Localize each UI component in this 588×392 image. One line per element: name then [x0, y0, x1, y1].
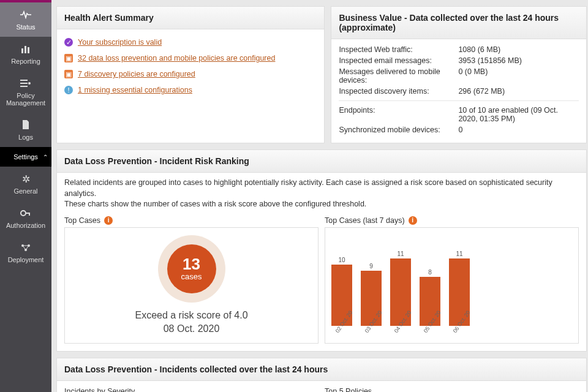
kv-key: Synchronized mobile devices: — [339, 126, 458, 134]
inc24-row: Data Loss Prevention - Incidents collect… — [56, 358, 587, 393]
kv-row: Inspected email messages:3953 (151856 MB… — [339, 55, 579, 66]
file-icon — [19, 119, 32, 131]
inc24-sub-row: Incidents by Severity High Medium Low 32… — [57, 381, 586, 393]
donut-chart[interactable]: 13 cases Exceed a risk score of 4.0 08 O… — [64, 227, 318, 344]
sidebar-item-authorization[interactable]: Authorization — [0, 201, 51, 235]
app-root: Status Reporting Policy Management Logs … — [0, 0, 588, 392]
donut-num: 13 — [183, 256, 200, 272]
donut-label: cases — [181, 272, 202, 281]
sidebar-item-status[interactable]: Status — [0, 2, 51, 37]
gear-icon: ✲ — [19, 173, 32, 185]
alert-line: ! 1 missing essential configurations — [64, 82, 317, 98]
divider — [339, 100, 579, 101]
kv-key: Endpoints: — [339, 106, 458, 123]
risk-desc: Related incidents are grouped into cases… — [57, 173, 586, 213]
bar-value: 9 — [369, 263, 373, 270]
health-body: ✓ Your subscription is valid ▣ 32 data l… — [57, 29, 324, 105]
check-icon: ✓ — [64, 38, 73, 47]
svg-rect-2 — [28, 47, 29, 53]
warn-icon: ! — [64, 86, 73, 94]
risk-desc-line: Related incidents are grouped into cases… — [64, 178, 579, 199]
risk-row: Data Loss Prevention - Incident Risk Ran… — [56, 149, 587, 352]
chevron-up-icon: ⌃ — [43, 154, 48, 160]
kv-val: 296 (672 MB) — [458, 87, 579, 96]
alert-line: ✓ Your subscription is valid — [64, 34, 317, 50]
kv-row: Inspected discovery items:296 (672 MB) — [339, 86, 579, 97]
sidebar-item-logs[interactable]: Logs — [0, 113, 51, 147]
risk-panel: Data Loss Prevention - Incident Risk Ran… — [56, 149, 587, 352]
kv-key: Messages delivered to mobile devices: — [339, 67, 458, 85]
sidebar-item-deployment[interactable]: Deployment — [0, 235, 51, 270]
kv-key: Inspected email messages: — [339, 56, 458, 65]
kv-val: 1080 (6 MB) — [458, 45, 579, 54]
donut-inner: 13 cases — [167, 244, 216, 293]
kv-row: Synchronized mobile devices:0 — [339, 124, 579, 135]
kv-val: 0 (0 MB) — [458, 67, 579, 85]
bar-value: 10 — [338, 257, 345, 263]
top-cases-7d-col: Top Cases (last 7 days) i 1091181102 Oct… — [325, 213, 579, 344]
sidebar-item-label: Policy Management — [2, 92, 49, 107]
kv-row: Endpoints:10 of 10 are enabled (09 Oct. … — [339, 105, 579, 124]
alert-line: ▣ 7 discovery policies are configured — [64, 66, 317, 82]
main-content: Health Alert Summary ✓ Your subscription… — [51, 0, 588, 392]
kv-row: Messages delivered to mobile devices:0 (… — [339, 66, 579, 86]
alert-line: ▣ 32 data loss prevention and mobile pol… — [64, 50, 317, 66]
sidebar-item-label: General — [13, 187, 37, 195]
top-cases-col: Top Cases i 13 cases — [64, 213, 318, 344]
sidebar-item-general[interactable]: ✲ General — [0, 167, 51, 201]
deploy-icon — [19, 241, 32, 254]
chart-title-text: Top Cases (last 7 days) — [325, 216, 405, 225]
bv-body: Inspected Web traffic:1080 (6 MB) Inspec… — [331, 39, 586, 143]
config-icon: ▣ — [64, 70, 73, 78]
donut-caption-line: Exceed a risk score of 4.0 — [135, 309, 247, 322]
alert-link[interactable]: 1 missing essential configurations — [78, 86, 192, 94]
alert-link[interactable]: 32 data loss prevention and mobile polic… — [78, 54, 275, 62]
health-title: Health Alert Summary — [57, 7, 324, 29]
inc24-title: Data Loss Prevention - Incidents collect… — [57, 358, 586, 381]
sidebar-item-label: Status — [16, 23, 35, 31]
alert-link[interactable]: Your subscription is valid — [78, 38, 162, 47]
bar-value: 8 — [428, 269, 432, 276]
bar-chart-7d[interactable]: 1091181102 Oct. 2003 Oct. 2004 Oct. 2005… — [325, 227, 579, 344]
policies-title: Top 5 Policies — [325, 385, 579, 393]
info-icon[interactable]: i — [409, 216, 417, 225]
donut-ring: 13 cases — [158, 235, 225, 303]
donut-caption: Exceed a risk score of 4.0 08 Oct. 2020 — [135, 309, 247, 335]
svg-point-7 — [21, 211, 26, 216]
sidebar-item-reporting[interactable]: Reporting — [0, 37, 51, 71]
business-value-panel: Business Value - Data collected over the… — [331, 6, 587, 143]
bar-value: 11 — [397, 251, 404, 257]
bar-value: 11 — [456, 251, 462, 257]
kv-val: 3953 (151856 MB) — [458, 56, 579, 65]
policies-col: Top 5 Policies HIPAASocial Security Numb… — [325, 385, 579, 393]
svg-rect-4 — [20, 83, 28, 84]
svg-rect-5 — [20, 86, 28, 87]
risk-charts: Top Cases i 13 cases — [57, 213, 586, 351]
inc24-panel: Data Loss Prevention - Incidents collect… — [56, 358, 587, 393]
kv-val: 10 of 10 are enabled (09 Oct. 2020, 01:3… — [458, 106, 579, 123]
chart-title: Top Cases (last 7 days) i — [325, 213, 579, 227]
sidebar-item-label: Deployment — [8, 256, 44, 263]
alert-link[interactable]: 7 discovery policies are configured — [78, 70, 195, 78]
severity-title: Incidents by Severity — [64, 385, 318, 393]
sidebar-item-label: Settings — [13, 153, 38, 160]
list-icon — [19, 77, 32, 89]
chart-title-text: Top Cases — [64, 216, 100, 225]
sidebar-item-policy[interactable]: Policy Management — [0, 71, 51, 113]
risk-title: Data Loss Prevention - Incident Risk Ran… — [57, 150, 586, 173]
svg-rect-1 — [24, 46, 26, 53]
kv-key: Inspected discovery items: — [339, 87, 458, 96]
chart-title: Top Cases i — [64, 213, 318, 227]
risk-desc-line: These charts show the number of cases wi… — [64, 199, 579, 210]
svg-rect-0 — [21, 48, 23, 53]
pulse-icon — [19, 9, 32, 21]
key-icon — [19, 207, 32, 219]
info-icon[interactable]: i — [104, 216, 113, 225]
bv-title: Business Value - Data collected over the… — [331, 7, 586, 39]
top-row: Health Alert Summary ✓ Your subscription… — [56, 6, 587, 143]
donut-wrap: 13 cases Exceed a risk score of 4.0 08 O… — [65, 228, 318, 343]
kv-row: Inspected Web traffic:1080 (6 MB) — [339, 44, 579, 55]
donut-caption-line: 08 Oct. 2020 — [135, 322, 247, 336]
sidebar-item-settings[interactable]: Settings ⌃ — [0, 147, 51, 167]
svg-rect-9 — [29, 213, 30, 216]
